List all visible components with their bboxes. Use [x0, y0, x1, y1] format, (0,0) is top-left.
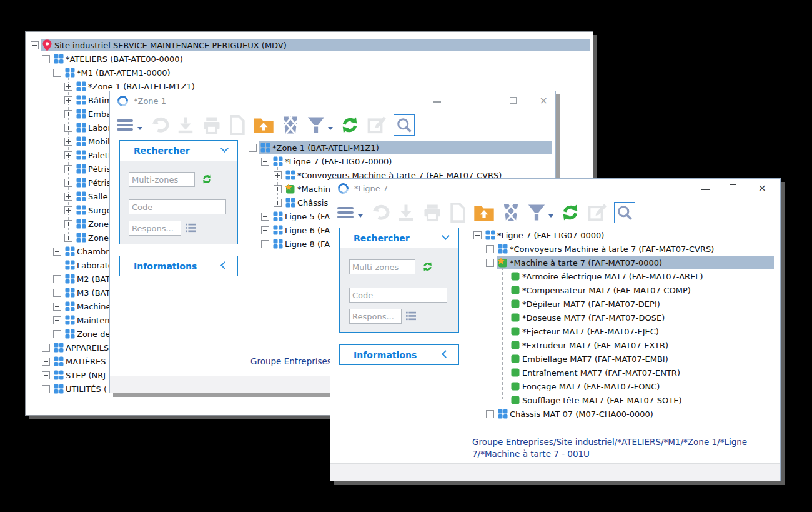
expander-plus-icon[interactable] [53, 330, 61, 338]
quad-icon [64, 329, 75, 339]
expander-plus-icon[interactable] [261, 213, 269, 221]
expander-plus-icon[interactable] [64, 220, 72, 228]
code-input[interactable] [349, 288, 447, 303]
refresh-small-icon[interactable] [202, 174, 212, 187]
quad-icon [64, 260, 75, 270]
green-icon [510, 327, 520, 336]
expander-plus-icon[interactable] [64, 96, 72, 104]
quad-icon [272, 225, 283, 235]
tree-node-label: *Convoyeurs Machine à tarte 7 (FAF-MAT07… [510, 244, 718, 254]
tree-node[interactable]: *Extrudeur MAT7 (FAF-MAT07-EXTR) [471, 338, 774, 352]
expander-minus-icon[interactable] [53, 69, 61, 77]
tree-node-label: Ligne 6 (FA [285, 226, 334, 235]
quad-icon [53, 370, 64, 380]
expander-plus-icon[interactable] [486, 245, 494, 253]
list-picker-icon[interactable] [405, 311, 417, 323]
expander-minus-icon[interactable] [486, 259, 494, 267]
responsible-input[interactable] [349, 309, 402, 324]
responsible-input[interactable] [129, 221, 181, 236]
tree-node[interactable]: Fonçage MAT7 (FAF-MAT07-FONC) [471, 379, 774, 393]
expander-plus-icon[interactable] [64, 179, 72, 187]
tree-node[interactable]: Embiellage MAT7 (FAF-MAT07-EMBI) [471, 352, 774, 366]
expander-minus-icon[interactable] [249, 144, 257, 152]
expander-plus-icon[interactable] [261, 240, 269, 248]
multi-zones-input[interactable] [349, 259, 415, 274]
expander-plus-icon[interactable] [64, 83, 72, 91]
menu-icon[interactable] [116, 113, 142, 137]
expander-plus-icon[interactable] [64, 234, 72, 242]
expander-plus-icon[interactable] [53, 248, 61, 256]
expander-plus-icon[interactable] [53, 303, 61, 311]
tree-node[interactable]: *Machine à tarte 7 (FAF-MAT07-0000) [471, 256, 774, 269]
tree-node[interactable]: Châssis MAT 07 (M07-CHA00-0000) [471, 407, 774, 421]
green-icon [510, 272, 520, 281]
tree-node-label: *Ejecteur MAT7 (FAF-MAT07-EJEC) [522, 327, 663, 336]
expander-plus-icon[interactable] [42, 371, 50, 379]
tree-node[interactable]: Entraînement MAT7 (FAF-MAT07-ENTR) [471, 366, 774, 379]
expander-plus-icon[interactable] [53, 316, 61, 324]
tree-node[interactable]: *Doseuse MAT7 (FAF-MAT07-DOSE) [471, 311, 774, 324]
expander-minus-icon[interactable] [261, 158, 269, 166]
expander-plus-icon[interactable] [64, 165, 72, 173]
tree-node[interactable]: *M1 (BAT-ATEM1-0000) [29, 66, 590, 79]
tree-node[interactable]: *Dépileur MAT7 (FAF-MAT07-DEPI) [471, 297, 774, 311]
chevron-down-icon[interactable] [220, 144, 229, 153]
expander-plus-icon[interactable] [64, 151, 72, 159]
quad-icon [485, 230, 495, 240]
tree-node-label: *Dépileur MAT7 (FAF-MAT07-DEPI) [522, 299, 664, 309]
tree-node[interactable]: *Convoyeurs Machine à tarte 7 (FAF-MAT07… [471, 242, 774, 256]
expander-plus-icon[interactable] [42, 358, 50, 366]
tree-node-label: *Ligne 7 (FAF-LIG07-0000) [497, 231, 608, 240]
green-icon [510, 396, 520, 404]
tree-node[interactable]: *Ligne 7 (FAF-LIG07-0000) [246, 154, 552, 168]
expander-minus-icon[interactable] [31, 41, 39, 49]
expander-plus-icon[interactable] [53, 275, 61, 283]
expander-plus-icon[interactable] [64, 124, 72, 132]
tree-node-label: *Compensateur MAT7 (FAF-MAT07-COMP) [522, 286, 695, 295]
expander-plus-icon[interactable] [486, 410, 494, 418]
tree-node-label: *Zone 1 (BAT-ATELI-M1Z1) [272, 143, 383, 153]
tree-node[interactable]: *Ligne 7 (FAF-LIG07-0000) [471, 228, 774, 242]
expander-plus-icon[interactable] [274, 171, 282, 179]
multi-zones-input[interactable] [129, 172, 195, 187]
quad-icon [64, 301, 75, 311]
list-picker-icon[interactable] [185, 223, 196, 235]
quad-icon [64, 288, 75, 298]
expander-plus-icon[interactable] [274, 185, 282, 193]
desktop: Site industriel SERVICE MAINTENANCE PERI… [0, 0, 812, 512]
expander-plus-icon[interactable] [64, 193, 72, 201]
menu-icon[interactable] [337, 201, 363, 224]
tree-node[interactable]: *Ejecteur MAT7 (FAF-MAT07-EJEC) [471, 324, 774, 338]
quad-icon [497, 409, 508, 419]
expander-plus-icon[interactable] [42, 385, 50, 393]
tree-node[interactable]: *ATELIERS (BAT-ATE00-0000) [29, 52, 590, 66]
refresh-small-icon[interactable] [422, 261, 433, 274]
tree-node-label: M2 (BAT [77, 274, 114, 284]
tree-node[interactable]: *Armoire électrique MAT7 (FAF-MAT07-AREL… [471, 269, 774, 283]
tree-node-label: Ligne 5 (FA [285, 212, 334, 221]
tree-node[interactable]: *Zone 1 (BAT-ATELI-M1Z1) [246, 141, 552, 154]
quad-icon [76, 123, 86, 133]
tree-node-label: MATIÈRES [66, 357, 110, 366]
status-bar [330, 463, 780, 481]
tree-node[interactable]: Soufflage tête MAT7 (FAF-MAT07-SOTE) [471, 393, 774, 407]
expander-minus-icon[interactable] [473, 231, 482, 239]
expander-plus-icon[interactable] [53, 289, 61, 297]
expander-plus-icon[interactable] [64, 138, 72, 146]
expander-plus-icon[interactable] [64, 110, 72, 118]
chevron-left-icon[interactable] [442, 350, 450, 358]
tree-node[interactable]: *Compensateur MAT7 (FAF-MAT07-COMP) [471, 283, 774, 297]
quad-icon [76, 233, 86, 243]
code-input[interactable] [129, 199, 226, 214]
chevron-down-icon[interactable] [442, 232, 450, 240]
expander-plus-icon[interactable] [261, 226, 269, 234]
expander-plus-icon[interactable] [274, 199, 282, 207]
expander-minus-icon[interactable] [42, 55, 50, 63]
chevron-left-icon[interactable] [220, 261, 229, 269]
search-panel: Rechercher [119, 140, 238, 244]
tree-node-label: *Machin [297, 184, 334, 194]
informations-panel: Informations [119, 256, 238, 276]
tree-node[interactable]: Site industriel SERVICE MAINTENANCE PERI… [29, 38, 590, 52]
expander-plus-icon[interactable] [42, 344, 50, 352]
expander-plus-icon[interactable] [64, 206, 72, 214]
